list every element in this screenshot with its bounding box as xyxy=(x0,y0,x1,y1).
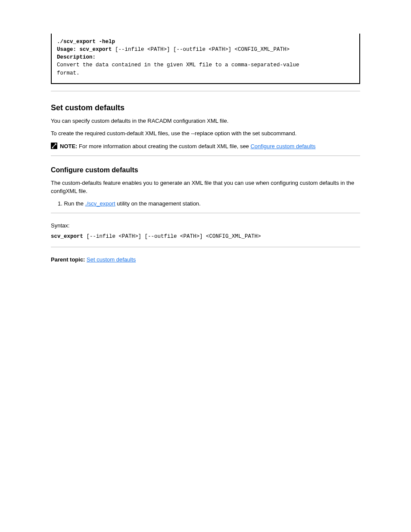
code-desc-line1: Convert the data contained in the given … xyxy=(57,61,354,69)
syntax-label: Syntax: xyxy=(51,222,360,230)
divider xyxy=(51,156,360,156)
parent-topic: Parent topic: Set custom defaults xyxy=(51,256,360,264)
parent-topic-label: Parent topic: xyxy=(51,256,85,263)
code-usage-cmd: scv_export xyxy=(80,47,112,53)
note-label: NOTE: xyxy=(60,143,77,149)
step-suffix: utility on the management station. xyxy=(115,200,201,207)
section-title-set-custom-defaults: Set custom defaults xyxy=(51,103,360,113)
divider xyxy=(51,213,360,213)
syntax-line: scv_export [--infile <PATH>] [--outfile … xyxy=(51,232,360,241)
code-usage-label: Usage: xyxy=(57,47,76,53)
step-1: 1. Run the ./scv_export utility on the m… xyxy=(51,200,360,208)
section2-p1: The custom-defaults feature enables you … xyxy=(51,179,360,196)
code-block: ./scv_export -help Usage: scv_export [--… xyxy=(51,34,360,84)
note-icon xyxy=(51,143,57,149)
section-title-configure-custom-defaults: Configure custom defaults xyxy=(51,165,360,175)
parent-topic-link[interactable]: Set custom defaults xyxy=(87,256,136,263)
code-cmd-label: ./scv_export -help xyxy=(57,39,115,45)
code-desc-line2: format. xyxy=(57,69,354,77)
note-body: For more information about creating the … xyxy=(79,143,250,149)
code-usage-args: [--infile <PATH>] [--outfile <PATH>] <CO… xyxy=(112,47,290,53)
section1-p1: You can specify custom defaults in the R… xyxy=(51,117,360,125)
divider xyxy=(51,91,360,91)
section1-p2: To create the required custom-default XM… xyxy=(51,129,360,138)
divider xyxy=(51,247,360,247)
step-prefix: 1. Run the xyxy=(58,200,85,207)
note-link-configure-custom-defaults[interactable]: Configure custom defaults xyxy=(250,143,315,149)
code-desc-label: Description: xyxy=(57,54,96,60)
syntax-cmd: scv_export xyxy=(51,233,83,240)
step-code-link[interactable]: ./scv_export xyxy=(85,200,115,207)
syntax-args: [--infile <PATH>] [--outfile <PATH>] <CO… xyxy=(83,233,261,240)
note-block: NOTE: For more information about creatin… xyxy=(51,142,360,151)
